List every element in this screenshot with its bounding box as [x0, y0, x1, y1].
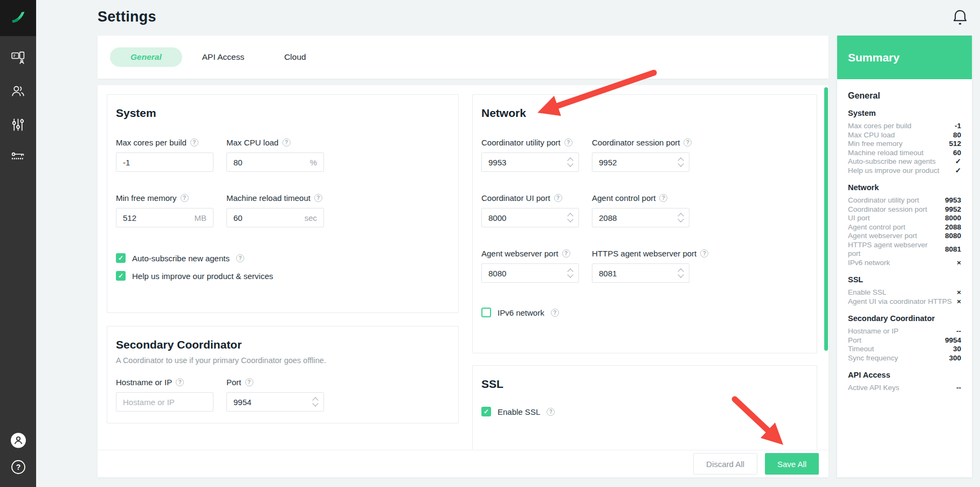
tab-api-access[interactable]: API Access — [182, 52, 264, 62]
help-icon[interactable]: ? — [245, 378, 253, 386]
help-icon[interactable]: ? — [547, 408, 555, 416]
sidebar-item-users[interactable] — [10, 83, 26, 99]
help-icon[interactable]: ? — [282, 138, 291, 147]
tab-general[interactable]: General — [110, 47, 182, 67]
summary-row: Agent control port2088 — [848, 223, 961, 232]
reload-timeout-input[interactable] — [233, 213, 305, 222]
checkbox-checked-icon[interactable]: ✓ — [481, 407, 491, 416]
help-icon[interactable]: ? — [190, 138, 198, 147]
utility-port-input[interactable] — [488, 158, 572, 167]
help-icon[interactable]: ? — [236, 254, 244, 262]
number-stepper[interactable] — [679, 269, 683, 277]
reload-timeout-input-box: sec — [226, 208, 324, 227]
summary-row: Hostname or IP-- — [848, 327, 961, 336]
summary-row: Active API Keys-- — [848, 384, 961, 393]
number-stepper[interactable] — [679, 158, 683, 166]
system-card: System Max cores per build ? Max CPU loa… — [107, 94, 459, 313]
help-icon[interactable]: ? — [551, 309, 559, 317]
max-cpu-input[interactable] — [233, 158, 310, 167]
sidebar-item-license[interactable] — [10, 150, 26, 166]
summary-row: Coordinator utility port9953 — [848, 196, 961, 205]
summary-section-system: System — [848, 109, 961, 117]
ui-port-input[interactable] — [488, 213, 572, 222]
utility-port-label: Coordinator utility port — [481, 138, 561, 147]
save-all-button[interactable]: Save All — [765, 453, 819, 475]
sidebar-item-settings[interactable] — [10, 116, 26, 133]
tab-cloud[interactable]: Cloud — [264, 52, 326, 62]
summary-group-general: General — [848, 91, 961, 101]
svg-text:?: ? — [16, 463, 20, 471]
secondary-port-label: Port — [226, 378, 241, 387]
agent-webserver-port-input[interactable] — [488, 269, 572, 278]
https-webserver-port-input-box — [592, 263, 689, 283]
checkbox-checked-icon[interactable]: ✓ — [116, 271, 126, 281]
unit-suffix: % — [310, 158, 317, 167]
hostname-input[interactable] — [123, 398, 206, 407]
https-webserver-port-input[interactable] — [599, 269, 682, 278]
agent-control-port-input[interactable] — [599, 213, 682, 222]
max-cores-input[interactable] — [123, 158, 206, 167]
number-stepper[interactable] — [568, 158, 572, 166]
agents-machines-icon — [11, 51, 25, 65]
help-icon[interactable]: ? — [684, 138, 692, 147]
https-webserver-port-label: HTTPS agent webserver port — [592, 249, 696, 258]
network-card: Network Coordinator utility port ? Coord… — [472, 94, 817, 353]
number-stepper[interactable] — [313, 398, 318, 406]
summary-panel: Summary General System Max cores per bui… — [837, 36, 972, 477]
secondary-port-field: Port ? — [226, 378, 324, 412]
summary-row: Coordinator session port9952 — [848, 205, 961, 214]
notifications-button[interactable] — [952, 9, 968, 26]
session-port-input-box — [592, 152, 689, 172]
user-avatar[interactable] — [10, 432, 26, 448]
reload-timeout-label: Machine reload timeout — [226, 193, 310, 203]
checkbox-checked-icon[interactable]: ✓ — [116, 253, 126, 263]
system-card-title: System — [116, 107, 450, 120]
enable-ssl-checkbox-row[interactable]: ✓ Enable SSL ? — [481, 407, 808, 416]
number-stepper[interactable] — [568, 214, 572, 221]
hostname-label: Hostname or IP — [116, 378, 172, 387]
secondary-card-subtitle: A Coordinator to use if your primary Coo… — [116, 356, 450, 365]
help-icon[interactable]: ? — [562, 249, 570, 258]
agent-webserver-port-input-box — [481, 263, 579, 283]
app-logo[interactable] — [0, 0, 36, 36]
sidebar-item-agents[interactable] — [10, 50, 26, 66]
min-memory-input[interactable] — [123, 213, 195, 222]
secondary-coordinator-card: Secondary Coordinator A Coordinator to u… — [107, 326, 459, 423]
help-icon[interactable]: ? — [554, 194, 562, 202]
ipv6-checkbox-row[interactable]: IPv6 network ? — [481, 308, 808, 317]
secondary-port-input[interactable] — [233, 398, 317, 407]
summary-row: Port9954 — [848, 336, 961, 345]
unit-suffix: MB — [195, 213, 207, 222]
auto-subscribe-label: Auto-subscribe new agents — [132, 254, 230, 263]
help-icon[interactable]: ? — [700, 249, 708, 258]
summary-row: Machine reload timeout60 — [848, 149, 961, 158]
max-cores-field: Max cores per build ? — [116, 138, 213, 172]
help-icon[interactable]: ? — [314, 194, 322, 202]
ui-port-field: Coordinator UI port ? — [481, 193, 579, 227]
summary-row: UI port8000 — [848, 214, 961, 223]
help-icon[interactable]: ? — [564, 138, 572, 147]
auto-subscribe-checkbox-row[interactable]: ✓ Auto-subscribe new agents ? — [116, 253, 450, 263]
actions-bar: Discard All Save All — [98, 450, 829, 477]
settings-sliders-icon — [11, 117, 25, 132]
settings-tabbar: General API Access Cloud — [98, 36, 829, 79]
help-icon[interactable]: ? — [659, 194, 667, 202]
checkbox-unchecked-icon[interactable] — [481, 308, 491, 317]
help-icon[interactable]: ? — [181, 194, 189, 202]
discard-all-button[interactable]: Discard All — [693, 453, 757, 475]
max-cpu-field: Max CPU load ? % — [226, 138, 324, 172]
panel-scrollbar-thumb[interactable] — [824, 87, 828, 351]
improve-product-checkbox-row[interactable]: ✓ Help us improve our product & services — [116, 271, 450, 281]
utility-port-field: Coordinator utility port ? — [481, 138, 579, 172]
session-port-input[interactable] — [599, 158, 682, 167]
number-stepper[interactable] — [679, 214, 683, 221]
bell-icon — [952, 9, 968, 26]
max-cpu-label: Max CPU load — [226, 138, 279, 147]
summary-title: Summary — [837, 36, 972, 79]
number-stepper[interactable] — [568, 269, 572, 277]
agent-webserver-port-label: Agent webserver port — [481, 249, 558, 258]
help-icon[interactable]: ? — [176, 378, 184, 386]
max-cpu-input-box: % — [226, 152, 324, 172]
summary-row: Enable SSL× — [848, 288, 961, 297]
help-button[interactable]: ? — [10, 459, 26, 475]
